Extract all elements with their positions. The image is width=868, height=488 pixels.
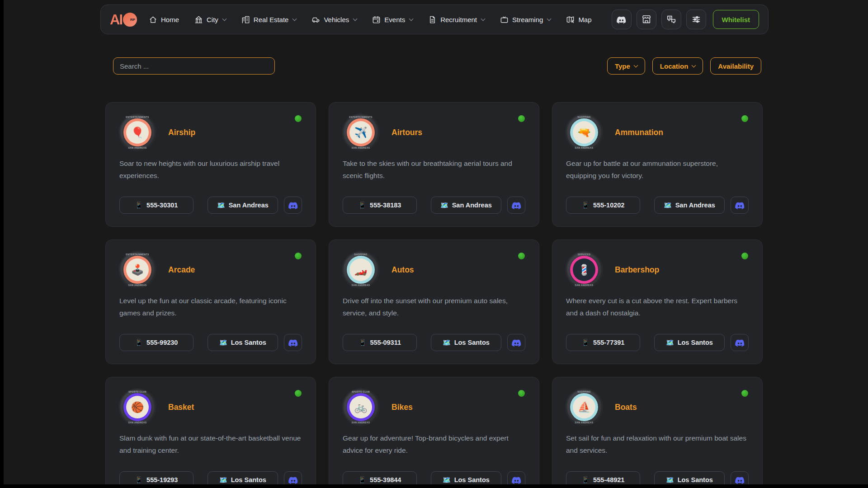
card-header: SPORTS CLUB 🚲 SAN ANDREAS Bikes [343,389,525,425]
filter-location-button[interactable]: Location [652,57,703,75]
phone-icon: 📱 [135,477,143,483]
nav-item-vehicles[interactable]: Vehicles [311,15,357,24]
badge-ring: 🕹️ [123,256,151,284]
phone-number: 555-19293 [146,476,178,483]
phone-chip[interactable]: 📱 555-10202 [566,197,640,214]
discord-button[interactable] [284,471,302,484]
filter-type-button[interactable]: Type [607,57,645,75]
discord-button[interactable] [731,197,749,214]
phone-chip[interactable]: 📱 555-77391 [566,334,640,351]
business-grid: ENTERTAINMENTS 🎈 SAN ANDREAS Airship Soa… [105,102,764,484]
badge-ring-text-top: SHOPPING [566,116,602,118]
status-indicator [518,253,525,259]
nav-item-streaming[interactable]: Streaming [500,15,551,24]
business-card-barbershop: SERVICES 💈 SAN ANDREAS Barbershop Where … [552,239,763,364]
nav-item-real-estate[interactable]: Real Estate [241,15,297,24]
business-logo-glyph: 💈 [578,265,591,275]
nav-item-recruitment[interactable]: Recruitment [428,15,485,24]
discord-icon [735,475,745,485]
phone-number: 555-39844 [370,476,401,483]
phone-chip[interactable]: 📱 555-09311 [343,334,417,351]
real-estate-icon [241,15,250,24]
phone-number: 555-48921 [593,476,624,483]
location-chip[interactable]: 🗺️ San Andreas [431,197,501,214]
phone-chip[interactable]: 📱 555-19293 [119,471,193,484]
discord-button[interactable] [284,334,302,351]
location-chip[interactable]: 🗺️ San Andreas [208,197,278,214]
location-chip[interactable]: 🗺️ Los Santos [654,471,725,484]
location-chip[interactable]: 🗺️ Los Santos [431,334,501,351]
location-name: San Andreas [452,202,492,209]
business-description: Soar to new heights with our luxurious a… [119,157,301,182]
phone-chip[interactable]: 📱 555-38183 [343,197,417,214]
phone-number: 555-09311 [370,339,401,346]
phone-icon: 📱 [582,202,590,208]
badge-ring-text-bottom: SAN ANDREAS [119,284,156,286]
business-card-airtours: ENTERTAINMENTS ✈️ SAN ANDREAS Airtours T… [329,102,539,227]
chevron-down-icon [222,17,226,21]
app-logo[interactable]: AI RP [110,13,137,27]
badge-center: 🏀 [126,396,149,418]
nav-item-map[interactable]: Map [566,15,591,24]
search-input[interactable] [113,57,275,75]
discord-icon [512,475,521,485]
phone-chip[interactable]: 📱 555-48921 [566,471,640,484]
location-chip[interactable]: 🗺️ Los Santos [208,471,278,484]
filter-availability-button[interactable]: Availability [710,57,761,75]
phone-number: 555-77391 [593,339,624,346]
location-chip[interactable]: 🗺️ Los Santos [654,334,725,351]
business-description: Where every cut is a cut above the rest.… [566,295,748,319]
phone-icon: 📱 [359,339,366,346]
business-description: Set sail for fun and relaxation with our… [566,432,748,456]
badge-ring-text-bottom: SAN ANDREAS [566,146,602,149]
discord-icon [288,475,298,485]
business-logo: SERVICES 💈 SAN ANDREAS [566,252,602,288]
location-chip[interactable]: 🗺️ Los Santos [431,471,501,484]
translate-icon: A [666,14,676,24]
card-footer: 📱 555-10202 🗺️ San Andreas [566,197,749,214]
business-name: Arcade [168,265,195,275]
badge-ring-text-top: SERVICES [566,253,602,256]
discord-button[interactable] [507,471,525,484]
phone-icon: 📱 [582,477,590,483]
phone-chip[interactable]: 📱 555-30301 [119,197,193,214]
map-icon: 🗺️ [666,339,674,346]
location-name: Los Santos [231,339,266,346]
business-logo: ENTERTAINMENTS 🕹️ SAN ANDREAS [119,252,156,288]
status-indicator [741,115,748,122]
phone-chip[interactable]: 📱 555-99230 [119,334,193,351]
discord-button[interactable] [731,334,749,351]
translate-button[interactable]: A [661,9,681,29]
card-header: SERVICES 💈 SAN ANDREAS Barbershop [566,252,749,288]
discord-button[interactable] [507,334,525,351]
discord-button[interactable] [507,197,525,214]
location-chip[interactable]: 🗺️ San Andreas [654,197,725,214]
chevron-down-icon [633,63,638,68]
nav-item-city[interactable]: City [194,15,226,24]
badge-ring: 🏎️ [347,256,375,284]
discord-button[interactable] [612,9,632,29]
badge-ring: 🎈 [123,118,151,146]
nav-item-home[interactable]: Home [149,15,179,24]
filters-button[interactable] [686,9,706,29]
store-button[interactable] [637,9,656,29]
nav-item-events[interactable]: Events [372,15,413,24]
vehicles-icon [311,15,320,24]
location-chip[interactable]: 🗺️ Los Santos [208,334,278,351]
business-card-bikes: SPORTS CLUB 🚲 SAN ANDREAS Bikes Gear up … [329,377,539,484]
discord-button[interactable] [731,471,749,484]
card-header: SHOPPING 🔫 SAN ANDREAS Ammunation [566,114,749,150]
business-logo-glyph: 🏎️ [354,265,368,275]
discord-button[interactable] [284,197,302,214]
home-icon [149,15,157,24]
phone-chip[interactable]: 📱 555-39844 [343,471,417,484]
phone-icon: 📱 [582,339,590,346]
status-indicator [741,253,748,259]
whitelist-button[interactable]: Whitelist [713,10,760,29]
card-footer: 📱 555-77391 🗺️ Los Santos [566,334,749,351]
business-logo: SHOPPING ⛵ SAN ANDREAS [566,389,602,425]
business-card-arcade: ENTERTAINMENTS 🕹️ SAN ANDREAS Arcade Lev… [105,239,316,364]
status-indicator [518,390,525,397]
status-indicator [741,390,748,397]
business-logo-glyph: 🎈 [131,127,144,138]
